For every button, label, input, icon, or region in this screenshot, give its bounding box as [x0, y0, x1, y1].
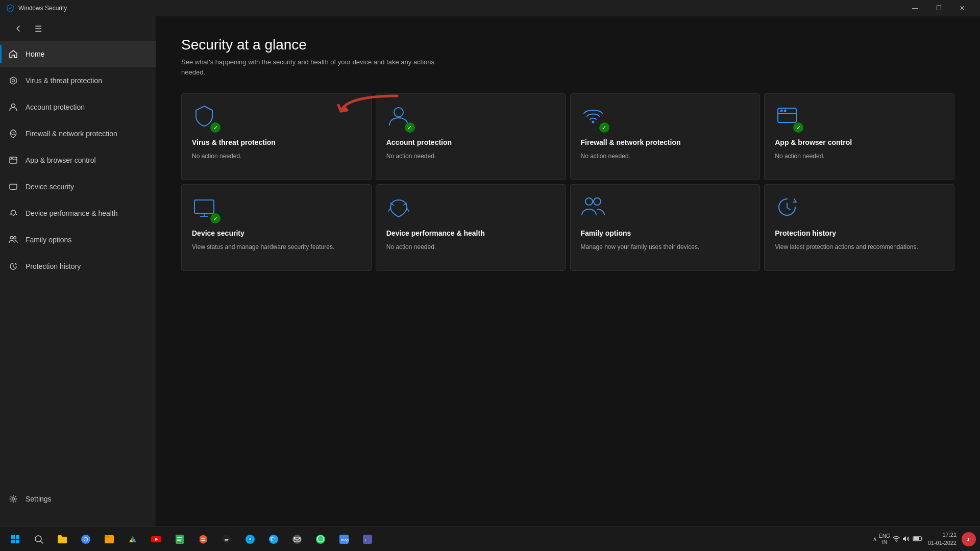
svg-rect-37	[177, 537, 182, 538]
svg-point-13	[592, 121, 594, 123]
gdrive-button[interactable]	[121, 528, 144, 550]
svg-rect-6	[10, 184, 17, 189]
sidebar-item-protection-history[interactable]: Protection history	[0, 253, 156, 280]
sidebar-item-device-security[interactable]: Device security	[0, 173, 156, 200]
back-button[interactable]	[8, 18, 29, 39]
device-perf-card-icon	[386, 195, 415, 223]
files-button[interactable]	[98, 528, 120, 550]
volume-icon[interactable]	[902, 535, 911, 543]
svg-rect-26	[11, 540, 15, 543]
sidebar-item-device-perf[interactable]: Device performance & health	[0, 200, 156, 227]
family-card-status: Manage how your family uses their device…	[581, 243, 750, 252]
settings-item[interactable]: Settings	[0, 486, 156, 512]
svg-rect-55	[914, 537, 919, 540]
sidebar-item-virus[interactable]: Virus & threat protection	[0, 67, 156, 94]
lang-indicator: ENG IN	[879, 533, 890, 545]
file-explorer-button[interactable]	[51, 528, 74, 550]
svg-rect-18	[194, 200, 214, 213]
titlebar-left: Windows Security	[6, 4, 67, 12]
svg-point-11	[12, 498, 15, 500]
page-subtitle: See what's happening with the security a…	[181, 57, 436, 77]
user-avatar[interactable]: J	[962, 532, 976, 546]
check-badge-4: ✓	[793, 122, 803, 133]
account-card-title: Account protection	[386, 138, 555, 147]
device-security-card-status: View status and manage hardware security…	[192, 243, 361, 252]
virus-card-status: No action needed.	[192, 152, 361, 161]
maximize-button[interactable]: ❐	[927, 0, 950, 16]
sidebar-header: ☰	[0, 16, 156, 41]
home-icon	[8, 49, 18, 59]
svg-point-17	[784, 110, 787, 112]
device-perf-card-status: No action needed.	[386, 243, 555, 252]
svg-rect-24	[11, 535, 15, 539]
sidebar-item-protection-history-label: Protection history	[26, 262, 81, 270]
account-protection-card[interactable]: ✓ Account protection No action needed.	[376, 93, 566, 180]
mail-button[interactable]	[239, 528, 261, 550]
svg-point-1	[12, 104, 15, 108]
account-icon	[8, 102, 18, 112]
sidebar-nav: Home Virus & threat protection	[0, 41, 156, 482]
sidebar-item-family[interactable]: Family options	[0, 227, 156, 253]
svg-point-45	[269, 535, 278, 544]
sheets-button[interactable]	[168, 528, 191, 550]
virus-threat-card[interactable]: ✓ Virus & threat protection No action ne…	[181, 93, 372, 180]
app-browser-card-title: App & browser control	[775, 138, 944, 147]
sidebar-item-family-label: Family options	[26, 236, 71, 244]
taskbar: bt map T	[0, 527, 980, 551]
app-browser-icon	[8, 155, 18, 165]
wifi-icon[interactable]	[892, 535, 900, 543]
svg-point-5	[12, 158, 13, 159]
app-icon	[6, 4, 14, 12]
svg-rect-27	[16, 540, 19, 543]
youtube-button[interactable]	[145, 528, 167, 550]
minimize-button[interactable]: —	[903, 0, 927, 16]
sidebar-bottom: Settings	[0, 482, 156, 516]
firewall-card[interactable]: ✓ Firewall & network protection No actio…	[570, 93, 761, 180]
svg-point-53	[896, 541, 897, 542]
check-badge-2: ✓	[405, 122, 415, 133]
svg-point-22	[585, 198, 593, 205]
sidebar-item-account-label: Account protection	[26, 103, 85, 111]
device-perf-card[interactable]: Device performance & health No action ne…	[376, 184, 566, 271]
family-options-card[interactable]: Family options Manage how your family us…	[570, 184, 761, 271]
email2-button[interactable]	[286, 528, 308, 550]
bt-button[interactable]: bt	[215, 528, 238, 550]
page-title: Security at a glance	[181, 37, 954, 53]
close-button[interactable]: ✕	[950, 0, 974, 16]
sidebar-item-home[interactable]: Home	[0, 41, 156, 67]
svg-line-29	[41, 541, 43, 543]
show-hidden-icon[interactable]: ∧	[873, 536, 877, 542]
family-icon	[8, 235, 18, 245]
hamburger-icon[interactable]: ☰	[35, 24, 42, 34]
firewall-card-status: No action needed.	[581, 152, 750, 161]
protection-history-card-icon	[775, 195, 803, 223]
start-button[interactable]	[4, 528, 27, 550]
sidebar-item-account[interactable]: Account protection	[0, 94, 156, 120]
cards-grid: ✓ Virus & threat protection No action ne…	[181, 93, 954, 271]
taskbar-clock[interactable]: 17:21 01-01-2022	[928, 531, 957, 547]
sidebar-item-app-browser[interactable]: App & browser control	[0, 147, 156, 173]
sidebar-item-firewall[interactable]: Firewall & network protection	[0, 120, 156, 147]
search-button[interactable]	[28, 528, 50, 550]
svg-text:T: T	[364, 538, 367, 542]
protection-history-card[interactable]: Protection history View latest protectio…	[764, 184, 954, 271]
settings-icon	[8, 494, 18, 504]
whatsapp-button[interactable]	[309, 528, 332, 550]
account-card-status: No action needed.	[386, 152, 555, 161]
teams-button[interactable]: T	[356, 528, 379, 550]
chrome-button[interactable]	[75, 528, 97, 550]
brave-button[interactable]	[192, 528, 214, 550]
sidebar-item-device-security-label: Device security	[26, 183, 74, 191]
sidebar-item-virus-label: Virus & threat protection	[26, 77, 102, 85]
svg-point-10	[14, 237, 16, 239]
svg-rect-38	[177, 539, 182, 540]
device-security-card-icon: ✓	[192, 195, 220, 223]
device-security-card[interactable]: ✓ Device security View status and manage…	[181, 184, 372, 271]
titlebar-controls: — ❐ ✕	[903, 0, 974, 16]
app-browser-card[interactable]: ✓ App & browser control No action needed…	[764, 93, 954, 180]
account-card-icon: ✓	[386, 104, 415, 133]
firewall-card-icon: ✓	[581, 104, 609, 133]
maps-button[interactable]: map	[333, 528, 355, 550]
twitter-button[interactable]	[262, 528, 285, 550]
battery-icon[interactable]	[913, 536, 923, 543]
